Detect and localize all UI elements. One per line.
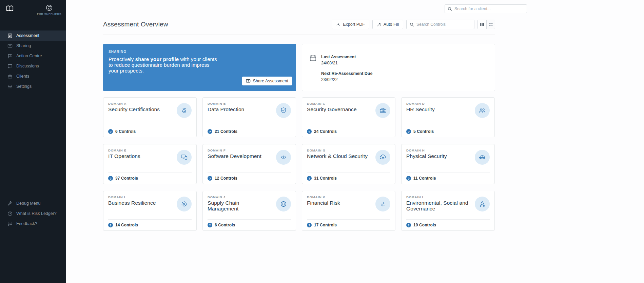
sharing-banner: SHARING Proactively share your profile w… (103, 44, 296, 91)
clients-icon (7, 74, 13, 79)
domain-card[interactable]: DOMAIN G Network & Cloud Security ? 31 C… (302, 144, 395, 184)
orbit-person-icon (177, 197, 192, 211)
domain-title: Data Protection (208, 107, 244, 113)
domain-title: Network & Cloud Security (307, 154, 368, 159)
help-icon: ? (307, 129, 312, 134)
controls-count: 5 Controls (413, 129, 434, 134)
help-icon: ? (108, 176, 113, 181)
help-icon: ? (406, 176, 411, 181)
controls-count: 6 Controls (215, 223, 235, 227)
sharing-banner-eyebrow: SHARING (109, 50, 291, 54)
sidebar-item-label: Feedback? (16, 221, 37, 226)
sidebar-item-sharing[interactable]: Sharing (0, 41, 66, 51)
controls-search-input[interactable] (416, 22, 471, 27)
domain-card[interactable]: DOMAIN H Physical Security ? 11 Controls (401, 144, 495, 184)
settings-icon (7, 84, 13, 89)
sharing-icon (7, 43, 13, 48)
sidebar-item-debug-menu[interactable]: Debug Menu (0, 198, 66, 208)
domain-title: Physical Security (406, 154, 447, 159)
auto-fill-button[interactable]: Auto Fill (372, 20, 403, 29)
controls-count: 12 Controls (215, 176, 237, 181)
list-view-button[interactable] (486, 20, 495, 29)
domain-label: DOMAIN F (208, 148, 261, 152)
sidebar-item-action-centre[interactable]: Action Centre (0, 51, 66, 61)
share-assessment-button[interactable]: Share Assessment (242, 77, 292, 85)
domain-card[interactable]: DOMAIN L Environmental, Social and Gover… (401, 191, 495, 231)
domain-card[interactable]: DOMAIN F Software Development ? 12 Contr… (202, 144, 296, 184)
domain-grid: DOMAIN A Security Certifications ? 6 Con… (103, 97, 495, 231)
domain-title: Business Resilience (108, 200, 156, 206)
domain-label: DOMAIN B (208, 102, 244, 105)
guard-cap-icon (475, 150, 490, 165)
feedback-icon (7, 221, 13, 226)
domain-title: Supply Chain Management (208, 200, 270, 211)
sidebar-item-feedback[interactable]: Feedback? (0, 219, 66, 229)
share-assessment-label: Share Assessment (253, 79, 288, 83)
sidebar-item-settings[interactable]: Settings (0, 81, 66, 92)
domain-label: DOMAIN G (307, 148, 368, 152)
question-circle-icon (7, 211, 13, 216)
for-suppliers-label: FOR SUPPLIERS (37, 13, 61, 16)
assessment-icon (7, 33, 13, 38)
droplets-icon (475, 197, 490, 211)
help-icon: ? (307, 176, 312, 181)
domain-label: DOMAIN I (108, 195, 156, 199)
sidebar-nav: Assessment Sharing Action Centre Discuss… (0, 31, 66, 92)
controls-count: 31 Controls (314, 176, 337, 181)
sidebar-item-label: Action Centre (16, 54, 42, 58)
domain-title: Security Certifications (108, 107, 160, 113)
money-transfer-icon (375, 197, 390, 211)
page-header: Assessment Overview Export PDF Auto Fill (103, 20, 495, 35)
grid-view-button[interactable] (478, 20, 486, 29)
last-assessment-label: Last Assessment (321, 55, 372, 59)
domain-card[interactable]: DOMAIN D HR Security ? 5 Controls (401, 97, 495, 137)
sidebar-item-discussions[interactable]: Discussions (0, 61, 66, 71)
auto-fill-label: Auto Fill (384, 22, 399, 27)
last-assessment-value: 24/08/21 (321, 61, 372, 65)
domain-card[interactable]: DOMAIN J Supply Chain Management ? 6 Con… (202, 191, 296, 231)
domain-card[interactable]: DOMAIN K Financial Risk ? 17 Controls (302, 191, 395, 231)
domain-label: DOMAIN L (406, 195, 469, 199)
domain-label: DOMAIN J (208, 195, 270, 199)
auto-fill-icon (377, 22, 381, 27)
client-search[interactable] (445, 4, 527, 13)
help-icon: ? (208, 129, 212, 134)
calendar-icon (309, 54, 317, 91)
switch-role-icon (45, 4, 53, 12)
export-pdf-button[interactable]: Export PDF (332, 20, 369, 29)
domain-card[interactable]: DOMAIN I Business Resilience ? 14 Contro… (103, 191, 197, 231)
assessment-dates-card: Last Assessment 24/08/21 Next Re-Assessm… (302, 44, 495, 91)
download-icon (336, 22, 340, 27)
risk-ledger-logo-icon (5, 4, 14, 13)
domain-label: DOMAIN D (406, 102, 435, 105)
domain-card[interactable]: DOMAIN B Data Protection ? 21 Controls (202, 97, 296, 137)
sidebar-item-what-is-risk-ledger[interactable]: What is Risk Ledger? (0, 208, 66, 219)
globe-icon (276, 197, 291, 211)
controls-search[interactable] (406, 20, 474, 29)
controls-count: 17 Controls (314, 223, 337, 227)
devices-icon (177, 150, 192, 165)
help-icon: ? (406, 129, 411, 134)
domain-label: DOMAIN C (307, 102, 357, 105)
discussions-icon (7, 64, 13, 69)
help-icon: ? (406, 223, 411, 227)
domain-card[interactable]: DOMAIN C Security Governance ? 24 Contro… (302, 97, 395, 137)
banner-text-bold: share your profile (135, 56, 179, 62)
code-icon (276, 150, 291, 165)
controls-count: 37 Controls (115, 176, 138, 181)
sidebar-item-clients[interactable]: Clients (0, 71, 66, 81)
domain-label: DOMAIN K (307, 195, 340, 199)
role-switcher[interactable]: FOR SUPPLIERS (37, 4, 61, 16)
client-search-input[interactable] (454, 6, 524, 11)
domain-title: Software Development (208, 154, 261, 159)
controls-count: 14 Controls (115, 223, 138, 227)
people-icon (475, 103, 490, 118)
sidebar-item-assessment[interactable]: Assessment (0, 31, 66, 41)
sidebar-item-label: Debug Menu (16, 201, 41, 206)
cloud-icon (375, 150, 390, 165)
domain-label: DOMAIN A (108, 102, 160, 105)
domain-card[interactable]: DOMAIN E IT Operations ? 37 Controls (103, 144, 197, 184)
domain-title: Financial Risk (307, 200, 340, 206)
domain-card[interactable]: DOMAIN A Security Certifications ? 6 Con… (103, 97, 197, 137)
sidebar: FOR SUPPLIERS Assessment Sharing Action … (0, 0, 66, 283)
